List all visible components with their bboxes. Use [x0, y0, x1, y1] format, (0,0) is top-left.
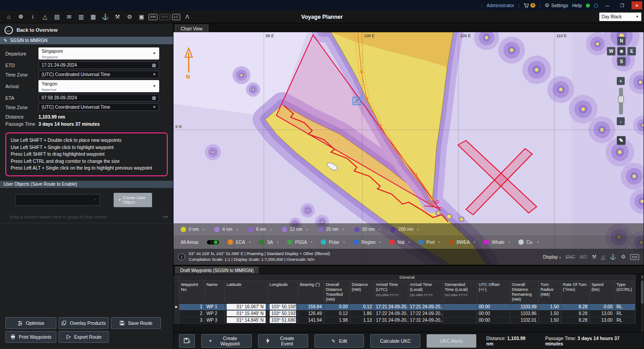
cell[interactable]: 17:31 24-09-20... [374, 317, 408, 323]
range-legend-item[interactable]: 6 nm∧ [248, 227, 272, 232]
export-route-button[interactable]: Export Route [59, 331, 109, 343]
column-header[interactable]: UTC Offset (+/-) [477, 281, 510, 303]
create-event-button[interactable]: Create Event [258, 334, 308, 348]
center-ship-button[interactable]: ⊕ [617, 47, 626, 55]
cell[interactable]: WP 1 [204, 303, 225, 310]
display-menu[interactable]: Display ∧ [543, 255, 561, 260]
cell[interactable]: 1.50 [538, 310, 561, 317]
cell[interactable] [443, 303, 477, 310]
column-header[interactable]: Latitude [225, 281, 267, 303]
cell[interactable]: 13.00 [589, 317, 614, 323]
draw-tool-button[interactable]: ✎ [617, 136, 626, 145]
area-legend-item[interactable]: SA∧ [259, 239, 279, 245]
save-route-button[interactable]: Save Route [111, 317, 161, 329]
theme-select[interactable]: Day Black ▼ [599, 13, 641, 21]
range-legend-item[interactable]: 50 nm∧ [354, 227, 381, 232]
zoom-slider-handle[interactable] [618, 96, 624, 103]
cell[interactable]: 0.12 [350, 303, 374, 310]
help-button[interactable]: Help [572, 3, 582, 8]
cart-button[interactable]: 0 [523, 3, 535, 9]
etd-input[interactable]: 17:21 24-09-2024 ▦ [38, 61, 159, 69]
create-user-object-button[interactable]: + Create User Object [114, 193, 152, 207]
cell[interactable]: 8.28 [561, 303, 589, 310]
collapse-icon[interactable]: ∧ [202, 228, 204, 231]
collapse-icon[interactable]: ∧ [236, 228, 238, 231]
waypoint-row[interactable]: 3WP 301° 14.845' N103° 51.686' E141.941.… [174, 317, 635, 323]
cell[interactable]: RL [614, 317, 635, 323]
cell[interactable]: 1.50 [538, 303, 561, 310]
cell[interactable]: 17:22 24-09-20... [408, 310, 443, 317]
range-legend-item[interactable]: 25 nm∧ [318, 227, 344, 232]
row-selector[interactable] [174, 317, 179, 323]
overlay-products-button[interactable]: Overlay Products [59, 317, 109, 329]
cell[interactable]: 3 [179, 317, 204, 323]
gear-icon[interactable]: ⚙ [621, 254, 626, 260]
lc-toolbar-badge[interactable]: LC [172, 14, 180, 20]
zoom-in-button[interactable]: + [617, 77, 625, 85]
collapse-icon[interactable]: ∧ [379, 240, 381, 244]
optimise-button[interactable]: Optimise [5, 317, 56, 329]
collapse-icon[interactable]: ∧ [277, 240, 279, 244]
cell[interactable]: 00:00 [477, 317, 510, 323]
column-header[interactable]: Name [204, 281, 225, 303]
timezone1-select[interactable]: (UTC) Coordinated Universal Time ▼ [38, 71, 159, 78]
chart-notes-icon[interactable]: ▤ [52, 13, 62, 21]
arrival-select[interactable]: Yangon Myanmar ▼ [38, 80, 159, 92]
cell[interactable]: 17:22 24-09-20... [374, 310, 408, 317]
quick-save-button[interactable] [179, 334, 195, 348]
cell[interactable]: 2 [179, 310, 204, 317]
pan-north-button[interactable]: N [617, 37, 626, 45]
anchor-icon[interactable]: ⚓ [100, 13, 110, 21]
column-header[interactable]: Demanded Time (Local)DD-MM-YYYY [443, 281, 477, 303]
cell[interactable]: 1 [179, 303, 204, 310]
catalogue-icon[interactable]: ▥ [76, 13, 86, 21]
cell[interactable] [443, 310, 477, 317]
pilot-icon[interactable]: ⚒ [592, 254, 597, 260]
cell[interactable]: 1103.99 [510, 303, 538, 310]
anchor-icon[interactable]: ⚓ [610, 254, 616, 260]
collapse-icon[interactable]: ∧ [343, 240, 345, 244]
range-legend-item[interactable]: 12 nm∧ [282, 227, 308, 232]
cell[interactable]: 1.13 [350, 317, 374, 323]
tab-chart-view[interactable]: Chart View [175, 25, 208, 32]
eta-input[interactable]: 07:58 28-09-2024 ▦ [38, 94, 159, 102]
collapse-icon[interactable]: ∧ [438, 240, 441, 244]
column-header[interactable]: Bearing (°) [298, 281, 324, 303]
cell[interactable]: 01° 16.067' N [225, 303, 267, 310]
pan-east-button[interactable]: E [627, 47, 636, 55]
close-button[interactable]: ✕ [631, 1, 642, 9]
range-legend-item[interactable]: 200 nm∧ [390, 227, 419, 232]
scroll-up-icon[interactable]: ▲ [640, 275, 644, 278]
cell[interactable]: 103° 51.686' E [267, 317, 298, 323]
em-toolbar-badge[interactable]: EM [148, 14, 157, 20]
column-header[interactable]: Waypoint No. [179, 281, 204, 303]
minimize-button[interactable]: — [602, 1, 613, 9]
column-header[interactable]: Overall Distance Remaining (NM) [510, 281, 538, 303]
cell[interactable]: 17:21 24-09-20... [374, 303, 408, 310]
drafting-compass-icon[interactable]: Λ [182, 13, 192, 21]
print-waypoints-button[interactable]: Print Waypoints [5, 331, 56, 343]
row-selector[interactable] [174, 310, 179, 317]
pan-south-button[interactable]: S [617, 57, 626, 66]
cell[interactable]: 126.49 [298, 310, 324, 317]
settings-button[interactable]: ⚙ Settings [545, 2, 568, 9]
column-header[interactable]: Turn Radius (NM) [538, 281, 561, 303]
cell[interactable]: 01° 14.845' N [225, 317, 267, 323]
all-areas-toggle[interactable] [206, 239, 220, 245]
create-waypoint-button[interactable]: + Create Waypoint [201, 334, 252, 348]
waypoints-table[interactable]: GeneralWaypoint No.NameLatitudeLongitude… [174, 274, 636, 324]
tab-draft-waypoints[interactable]: Draft Waypoints (SGSIN to MMRGN) [175, 267, 258, 274]
cell[interactable]: 1103.86 [510, 310, 538, 317]
area-legend-item[interactable]: Whale∧ [483, 239, 510, 245]
area-legend-item[interactable]: Co.∧ [518, 239, 539, 245]
calculate-ukc-button[interactable]: Calculate UKC [370, 334, 420, 348]
edit-route-icon[interactable]: ✎ [4, 38, 7, 43]
column-header[interactable]: Speed (kts) [589, 281, 614, 303]
info-icon[interactable]: i [178, 253, 185, 260]
rhs-toolbar-badge[interactable]: RHS [159, 14, 170, 20]
collapse-icon[interactable]: ∧ [249, 240, 251, 244]
cell[interactable]: 8.28 [561, 310, 589, 317]
collapse-icon[interactable]: ∧ [408, 240, 410, 244]
calendar-icon[interactable]: ▦ [152, 95, 156, 100]
publications-icon[interactable]: ▦ [88, 13, 98, 21]
